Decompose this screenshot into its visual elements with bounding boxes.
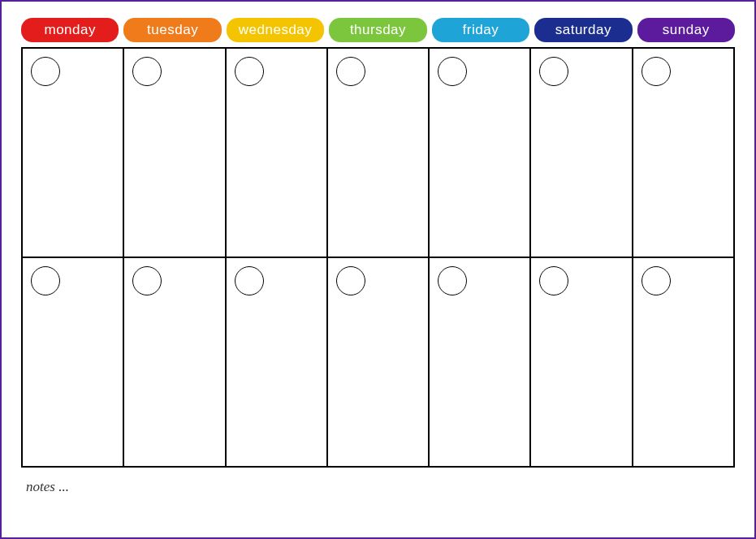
cell-week2-wed[interactable] [226,257,327,467]
day-tab-tuesday: tuesday [123,18,221,42]
cell-week1-thu[interactable] [327,48,429,257]
date-circle [539,57,568,86]
day-tab-saturday: saturday [534,18,632,42]
calendar-grid [21,47,735,468]
date-circle [642,266,671,295]
cell-week1-sat[interactable] [530,48,632,257]
cell-week1-fri[interactable] [429,48,530,257]
date-circle [235,57,264,86]
cell-week1-tue[interactable] [123,48,225,257]
cell-week2-mon[interactable] [22,257,123,467]
date-circle [31,266,60,295]
cell-week1-mon[interactable] [22,48,123,257]
cell-week2-tue[interactable] [123,257,225,467]
date-circle [438,57,467,86]
two-week-planner: monday tuesday wednesday thursday friday… [21,18,735,495]
date-circle [235,266,264,295]
cell-week2-sun[interactable] [633,257,734,467]
date-circle [336,266,365,295]
date-circle [642,57,671,86]
day-tab-sunday: sunday [637,18,735,42]
cell-week1-sun[interactable] [633,48,734,257]
cell-week2-thu[interactable] [327,257,429,467]
cell-week1-wed[interactable] [226,48,327,257]
cell-week2-sat[interactable] [530,257,632,467]
date-circle [132,266,162,295]
notes-label: notes ... [21,479,735,495]
date-circle [31,57,60,86]
day-tab-friday: friday [432,18,529,42]
date-circle [438,266,467,295]
cell-week2-fri[interactable] [429,257,530,467]
day-header-row: monday tuesday wednesday thursday friday… [21,18,735,42]
day-tab-wednesday: wednesday [227,18,324,42]
day-tab-thursday: thursday [329,18,426,42]
day-tab-monday: monday [21,18,119,42]
date-circle [336,57,365,86]
date-circle [539,266,568,295]
date-circle [132,57,162,86]
